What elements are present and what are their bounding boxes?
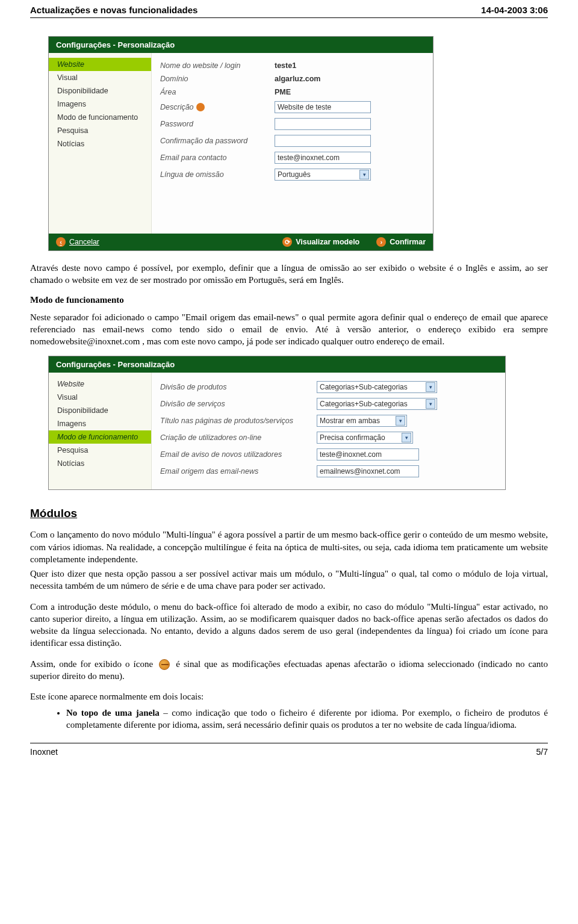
sidebar-item-website[interactable]: Website bbox=[49, 58, 151, 71]
panel2-title: Configurações - Personalização bbox=[49, 356, 505, 373]
select-criacao-utilizadores[interactable]: Precisa confirmação▾ bbox=[317, 432, 413, 444]
label-div-produtos: Divisão de produtos bbox=[160, 383, 317, 391]
sidebar-item-modo[interactable]: Modo de funcionamento bbox=[49, 111, 151, 124]
chevron-down-icon: ▾ bbox=[359, 170, 369, 179]
modulos-p3: Com a introdução deste módulo, o menu do… bbox=[30, 601, 548, 650]
sidebar-item-noticias[interactable]: Notícias bbox=[49, 137, 151, 150]
cancel-icon: ‹ bbox=[56, 237, 66, 247]
value-dominio: algarluz.com bbox=[275, 75, 320, 83]
config-panel-website: Configurações - Personalização Website V… bbox=[48, 36, 434, 251]
panel-title: Configurações - Personalização bbox=[49, 37, 433, 53]
sidebar-item-modo[interactable]: Modo de funcionamento bbox=[49, 430, 151, 444]
label-area: Área bbox=[160, 88, 275, 96]
footer-page: 5/7 bbox=[536, 747, 548, 757]
select-value: Português bbox=[278, 170, 311, 179]
sidebar-item-website[interactable]: Website bbox=[49, 377, 151, 391]
value-nome: teste1 bbox=[275, 61, 296, 70]
panel-footer: ‹Cancelar ⟳Visualizar modelo ›Confirmar bbox=[49, 234, 433, 250]
modulos-heading: Módulos bbox=[30, 507, 548, 520]
chevron-down-icon: ▾ bbox=[426, 399, 435, 409]
modulos-p2: Quer isto dizer que nesta opção passou a… bbox=[30, 568, 548, 592]
bullet-1: No topo de uma janela – como indicação q… bbox=[66, 707, 548, 731]
page-footer: Inoxnet 5/7 bbox=[30, 743, 548, 763]
sidebar-item-disponibilidade[interactable]: Disponibilidade bbox=[49, 404, 151, 417]
modulos-p4: Assim, onde for exibido o ícone é sinal … bbox=[30, 658, 548, 683]
config-sidebar: Website Visual Disponibilidade Imagens M… bbox=[49, 53, 151, 234]
label-confirm-password: Confirmação da password bbox=[160, 137, 275, 145]
chevron-down-icon: ▾ bbox=[396, 416, 405, 426]
info-icon[interactable] bbox=[196, 103, 205, 111]
form-area-2: Divisão de produtos Categorias+Sub-categ… bbox=[151, 373, 505, 489]
label-email-aviso: Email de aviso de novos utilizadores bbox=[160, 450, 317, 459]
sidebar-item-disponibilidade[interactable]: Disponibilidade bbox=[49, 84, 151, 98]
label-div-servicos: Divisão de serviços bbox=[160, 400, 317, 408]
input-confirm-password[interactable] bbox=[275, 135, 371, 147]
input-email-contacto[interactable] bbox=[275, 152, 371, 164]
modulos-p1: Com o lançamento do novo módulo "Multi-l… bbox=[30, 529, 548, 565]
sidebar-item-imagens[interactable]: Imagens bbox=[49, 417, 151, 430]
label-email-origem: Email origem das email-news bbox=[160, 467, 317, 476]
sidebar-item-pesquisa[interactable]: Pesquisa bbox=[49, 444, 151, 457]
bullet-list: No topo de uma janela – como indicação q… bbox=[66, 707, 548, 731]
label-titulo-paginas: Título nas páginas de produtos/serviços bbox=[160, 417, 317, 425]
bullet-1-bold: No topo de uma janela bbox=[66, 708, 160, 718]
chevron-down-icon: ▾ bbox=[402, 433, 411, 442]
confirm-icon: › bbox=[376, 237, 386, 247]
form-area: Nome do website / loginteste1 Domínioalg… bbox=[151, 53, 433, 234]
sidebar-item-visual[interactable]: Visual bbox=[49, 71, 151, 84]
cancel-button[interactable]: ‹Cancelar bbox=[56, 237, 99, 247]
input-password[interactable] bbox=[275, 118, 371, 130]
label-password: Password bbox=[160, 120, 275, 128]
sidebar-item-noticias[interactable]: Notícias bbox=[49, 457, 151, 470]
sidebar-item-visual[interactable]: Visual bbox=[49, 391, 151, 404]
header-datetime: 14-04-2003 3:06 bbox=[481, 5, 548, 15]
label-dominio: Domínio bbox=[160, 75, 275, 83]
page-header: Actualizações e novas funcionalidades 14… bbox=[30, 0, 548, 18]
label-criacao-utilizadores: Criação de utilizadores on-line bbox=[160, 433, 317, 442]
intro-paragraph: Através deste novo campo é possível, por… bbox=[30, 262, 548, 287]
value-area: PME bbox=[275, 88, 291, 96]
sidebar-item-pesquisa[interactable]: Pesquisa bbox=[49, 124, 151, 137]
preview-button[interactable]: ⟳Visualizar modelo bbox=[282, 237, 359, 247]
header-title: Actualizações e novas funcionalidades bbox=[30, 5, 197, 15]
label-descricao: Descrição bbox=[160, 103, 275, 112]
modo-heading: Modo de funcionamento bbox=[30, 295, 548, 305]
modulos-p5: Este ícone aparece normalmente em dois l… bbox=[30, 690, 548, 702]
confirm-button[interactable]: ›Confirmar bbox=[376, 237, 426, 247]
label-lingua-omissao: Língua de omissão bbox=[160, 170, 275, 179]
sidebar-item-imagens[interactable]: Imagens bbox=[49, 98, 151, 111]
config-sidebar-2: Website Visual Disponibilidade Imagens M… bbox=[49, 373, 151, 489]
select-titulo-paginas[interactable]: Mostrar em ambas▾ bbox=[317, 415, 407, 427]
select-div-servicos[interactable]: Categorias+Sub-categorias▾ bbox=[317, 398, 437, 410]
input-descricao[interactable] bbox=[275, 101, 371, 113]
select-div-produtos[interactable]: Categorias+Sub-categorias▾ bbox=[317, 381, 437, 393]
preview-icon: ⟳ bbox=[282, 237, 292, 247]
modo-paragraph: Neste separador foi adicionado o campo "… bbox=[30, 311, 548, 348]
config-panel-modo: Configurações - Personalização Website V… bbox=[48, 356, 506, 490]
language-icon bbox=[159, 659, 170, 670]
label-email-contacto: Email para contacto bbox=[160, 153, 275, 162]
label-nome: Nome do website / login bbox=[160, 61, 275, 70]
chevron-down-icon: ▾ bbox=[426, 382, 435, 392]
input-email-aviso[interactable] bbox=[317, 448, 419, 460]
footer-brand: Inoxnet bbox=[30, 747, 58, 757]
select-lingua-omissao[interactable]: Português ▾ bbox=[275, 169, 371, 181]
input-email-origem[interactable] bbox=[317, 465, 419, 477]
